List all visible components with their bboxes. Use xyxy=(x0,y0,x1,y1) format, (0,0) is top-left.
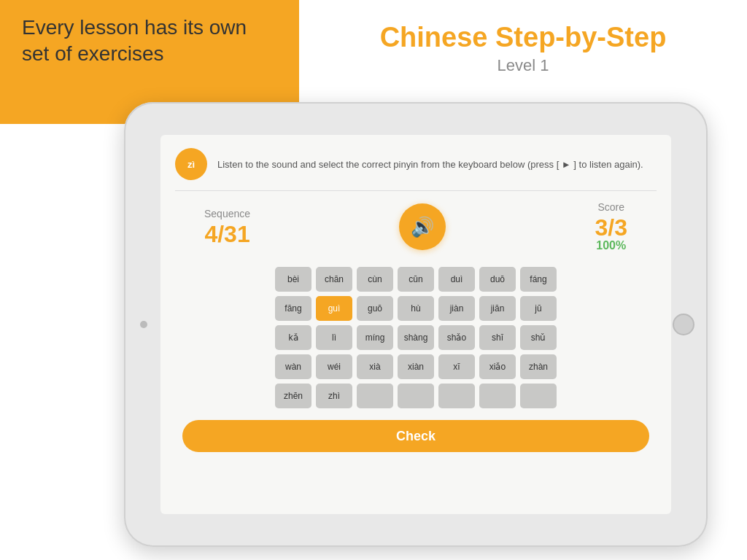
keyboard-row-2: kǎlìmíngshàngshǎoshīshǔ xyxy=(275,325,557,350)
keyboard-row-0: bèichāncùncūnduìduōfáng xyxy=(275,267,557,292)
key-button xyxy=(479,384,516,408)
key-button[interactable]: jiān xyxy=(479,296,516,321)
key-button[interactable]: shàng xyxy=(398,325,434,350)
key-button xyxy=(398,384,434,408)
key-button xyxy=(520,384,557,408)
instruction-text: Listen to the sound and select the corre… xyxy=(217,159,657,170)
key-button[interactable]: lì xyxy=(316,325,352,350)
key-button[interactable]: jiàn xyxy=(438,296,475,321)
app-title: Chinese Step-by-Step xyxy=(314,22,732,53)
tagline-line1: Every lesson has its own xyxy=(22,15,247,41)
check-button[interactable]: Check xyxy=(182,420,649,452)
key-button[interactable]: zhì xyxy=(316,384,352,408)
key-button[interactable]: zhàn xyxy=(520,354,557,379)
app-title-area: Chinese Step-by-Step Level 1 xyxy=(314,22,732,75)
app-subtitle: Level 1 xyxy=(314,56,732,75)
check-btn-area: Check xyxy=(160,408,671,459)
ipad-frame: zì Listen to the sound and select the co… xyxy=(124,102,708,547)
key-button[interactable]: shǎo xyxy=(438,325,475,350)
keyboard-row-4: zhēnzhì xyxy=(275,384,557,408)
screen-divider xyxy=(175,190,657,191)
key-button[interactable]: bèi xyxy=(275,267,311,292)
score-label: Score xyxy=(595,201,627,213)
speaker-icon: 🔊 xyxy=(411,216,434,238)
zi-badge: zì xyxy=(175,148,207,180)
score-box: Score 3/3 100% xyxy=(595,201,627,252)
key-button[interactable]: xià xyxy=(357,354,393,379)
stats-area: Sequence 4/31 🔊 Score 3/3 100% xyxy=(160,194,671,260)
speaker-button[interactable]: 🔊 xyxy=(399,203,446,250)
key-button[interactable]: míng xyxy=(357,325,393,350)
key-button[interactable]: duì xyxy=(438,267,475,292)
key-button[interactable]: hù xyxy=(398,296,434,321)
sequence-box: Sequence 4/31 xyxy=(204,208,250,246)
score-percent: 100% xyxy=(595,239,627,252)
key-button[interactable]: chān xyxy=(316,267,352,292)
sequence-value: 4/31 xyxy=(204,222,250,246)
keyboard-row-1: fāngguìguōhùjiànjiānjū xyxy=(275,296,557,321)
key-button[interactable]: duō xyxy=(479,267,516,292)
instruction-bar: zì Listen to the sound and select the co… xyxy=(160,135,671,187)
key-button[interactable]: wàn xyxy=(275,354,311,379)
keyboard-grid: bèichāncùncūnduìduōfángfāngguìguōhùjiànj… xyxy=(160,267,671,408)
score-value: 3/3 xyxy=(595,216,627,239)
key-button[interactable]: xī xyxy=(438,354,475,379)
ipad-camera xyxy=(140,321,147,328)
key-button[interactable]: jū xyxy=(520,296,557,321)
key-button[interactable]: cùn xyxy=(357,267,393,292)
key-button[interactable]: fáng xyxy=(520,267,557,292)
key-button[interactable]: guì xyxy=(316,296,352,321)
key-button[interactable]: kǎ xyxy=(275,325,311,350)
ipad-screen: zì Listen to the sound and select the co… xyxy=(160,135,671,514)
key-button[interactable]: xiǎo xyxy=(479,354,516,379)
key-button[interactable]: fāng xyxy=(275,296,311,321)
keyboard-row-3: wànwéixiàxiànxīxiǎozhàn xyxy=(275,354,557,379)
key-button[interactable]: xiàn xyxy=(398,354,434,379)
tagline: Every lesson has its own set of exercise… xyxy=(22,15,247,68)
tagline-line2: set of exercises xyxy=(22,41,247,67)
key-button[interactable]: guō xyxy=(357,296,393,321)
key-button[interactable]: shǔ xyxy=(520,325,557,350)
key-button[interactable]: wéi xyxy=(316,354,352,379)
key-button[interactable]: cūn xyxy=(398,267,434,292)
sequence-label: Sequence xyxy=(204,208,250,219)
key-button[interactable]: shī xyxy=(479,325,516,350)
key-button[interactable]: zhēn xyxy=(275,384,311,408)
zi-text: zì xyxy=(187,160,195,169)
key-button xyxy=(357,384,393,408)
ipad-home-button[interactable] xyxy=(673,314,694,335)
key-button xyxy=(438,384,475,408)
